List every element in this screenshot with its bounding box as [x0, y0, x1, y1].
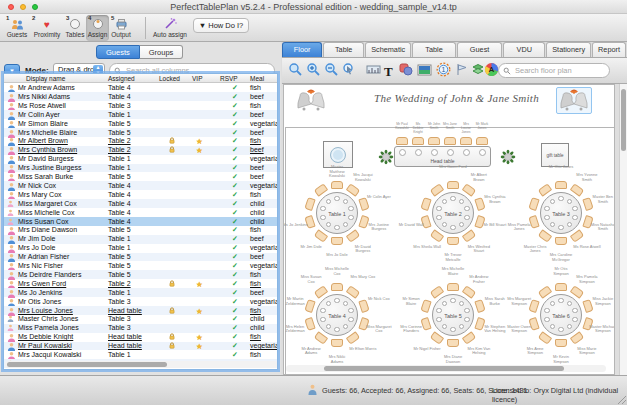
seat[interactable] — [436, 317, 442, 323]
flag-icon[interactable] — [455, 62, 471, 78]
seat[interactable] — [399, 149, 406, 156]
zoom-select-icon[interactable] — [342, 62, 358, 78]
zoom-out-icon[interactable] — [324, 62, 340, 78]
seat[interactable] — [348, 317, 354, 323]
seat[interactable] — [464, 215, 470, 221]
toolbar-button-guests[interactable]: 1Guests — [4, 15, 30, 41]
auto-assign-button[interactable]: Auto assign — [150, 15, 190, 41]
seat[interactable] — [572, 308, 578, 314]
wedding-bells-icon-selected[interactable] — [556, 87, 592, 114]
toolbar-button-tables[interactable]: 3Tables — [64, 15, 86, 41]
seat[interactable] — [320, 215, 326, 221]
guest-row[interactable]: Miss Margaret CoxTable 4✓child — [4, 199, 277, 208]
seat[interactable] — [431, 149, 438, 156]
seat[interactable] — [334, 225, 340, 231]
seat[interactable] — [450, 298, 456, 304]
tab-floor-plan[interactable]: Floor Plan — [282, 42, 322, 57]
zoom-in-icon[interactable] — [306, 62, 322, 78]
seat[interactable] — [450, 196, 456, 202]
chair[interactable] — [331, 283, 343, 291]
tab-report[interactable]: Report — [592, 42, 626, 57]
guest-row[interactable]: Mrs Nic FisherTable 5✓vegetarian — [4, 262, 277, 271]
chair[interactable] — [447, 339, 459, 347]
seat[interactable] — [320, 317, 326, 323]
seat[interactable] — [334, 196, 340, 202]
guest-table-header[interactable]: Display name Assigned Locked VIP RSVP Me… — [4, 74, 277, 83]
guest-row[interactable]: Mrs Louise JonesHead table★✓fish — [4, 306, 277, 315]
guest-row[interactable]: Mr Paul KowalskiHead table★✓vegetarian — [4, 342, 277, 351]
chair[interactable] — [444, 137, 456, 145]
seat[interactable] — [436, 215, 442, 221]
chair[interactable] — [331, 181, 343, 189]
guest-row[interactable]: Miss Susan CoxTable 4✓child — [4, 217, 277, 226]
seat[interactable] — [348, 206, 354, 212]
seat[interactable] — [558, 298, 564, 304]
chair[interactable] — [331, 339, 343, 347]
tab-stationery[interactable]: Stationery — [546, 42, 591, 57]
image-icon[interactable] — [417, 62, 433, 78]
tab-guests[interactable]: Guests — [96, 45, 140, 59]
shapes-icon[interactable] — [399, 62, 415, 78]
guest-row[interactable]: Mr Albert BrownTable 2★✓fish — [4, 137, 277, 146]
guest-row[interactable]: Mr Jim DoleTable 1✓beef — [4, 235, 277, 244]
seat[interactable] — [334, 327, 340, 333]
seat[interactable] — [558, 196, 564, 202]
guest-row[interactable]: Master Chris JonesTable 3✓child — [4, 315, 277, 324]
guest-row[interactable]: Ms Jo JenkinsTable 1✓beef — [4, 288, 277, 297]
seat[interactable] — [572, 206, 578, 212]
chair[interactable] — [460, 137, 472, 145]
guest-row[interactable]: Mrs Mary CoxTable 4✓fish — [4, 190, 277, 199]
seat[interactable] — [558, 225, 564, 231]
seat[interactable] — [544, 317, 550, 323]
tab-schematic[interactable]: Schematic — [365, 42, 411, 57]
guest-row[interactable]: Mrs Gwen FordTable 2★✓fish — [4, 279, 277, 288]
tab-guest-chart[interactable]: Guest Chart — [457, 42, 502, 57]
guest-row[interactable]: Ms Debbie KnightHead table★✓fish — [4, 333, 277, 342]
chair[interactable] — [412, 137, 424, 145]
chair[interactable] — [555, 237, 567, 245]
seat[interactable] — [479, 149, 486, 156]
guest-row[interactable]: Mrs Diane DawsonTable 5✓fish — [4, 226, 277, 235]
flower-arrangement-icon[interactable] — [500, 149, 516, 165]
seat[interactable] — [450, 225, 456, 231]
tab-table-plan[interactable]: Table Plan — [323, 42, 364, 57]
guest-row[interactable]: Mr Otis JonesTable 3✓vegetarian — [4, 297, 277, 306]
text-icon[interactable]: T — [384, 62, 400, 78]
numbered-circle-icon[interactable]: 1 — [436, 62, 452, 78]
chair[interactable] — [447, 237, 459, 245]
chair[interactable] — [555, 283, 567, 291]
guest-row[interactable]: Ms Rose AtwellTable 3✓fish — [4, 101, 277, 110]
guest-table-hscrollbar[interactable] — [5, 361, 278, 368]
ruler-icon[interactable] — [366, 62, 382, 78]
floorplan-canvas[interactable]: The Wedding of John & Jane Smith gift ta… — [283, 84, 615, 375]
seat[interactable] — [544, 215, 550, 221]
floorplan-vscrollbar[interactable] — [619, 84, 627, 375]
tab-vdu-chart[interactable]: VDU Chart — [503, 42, 545, 57]
chair[interactable] — [428, 137, 440, 145]
seat[interactable] — [348, 215, 354, 221]
floorplan-search-input[interactable] — [515, 65, 605, 76]
chair[interactable] — [331, 237, 343, 245]
seat[interactable] — [447, 149, 454, 156]
toolbar-button-assign[interactable]: 4Assign — [86, 15, 109, 41]
guest-row[interactable]: Mrs Michelle BlaireTable 5✓beef — [4, 128, 277, 137]
seat[interactable] — [463, 149, 470, 156]
guest-row[interactable]: Mrs Jo DoleTable 1✓vegetarian — [4, 244, 277, 253]
seat[interactable] — [348, 308, 354, 314]
seat[interactable] — [334, 298, 340, 304]
guest-row[interactable]: Mrs Nikki AdamsTable 4✓beef — [4, 92, 277, 101]
chair[interactable] — [555, 181, 567, 189]
seat[interactable] — [450, 327, 456, 333]
seat[interactable] — [558, 327, 564, 333]
seat[interactable] — [464, 206, 470, 212]
chair[interactable] — [555, 339, 567, 347]
seat[interactable] — [572, 317, 578, 323]
seat[interactable] — [415, 149, 422, 156]
floorplan-title[interactable]: The Wedding of John & Jane Smith — [339, 92, 574, 104]
zoom-icon[interactable] — [288, 62, 304, 78]
seat[interactable] — [464, 317, 470, 323]
floorplan-hscrollbar[interactable] — [286, 365, 606, 372]
wedding-bells-icon[interactable] — [294, 88, 330, 115]
toolbar-button-output[interactable]: 5Output — [109, 15, 133, 41]
chair[interactable] — [447, 181, 459, 189]
